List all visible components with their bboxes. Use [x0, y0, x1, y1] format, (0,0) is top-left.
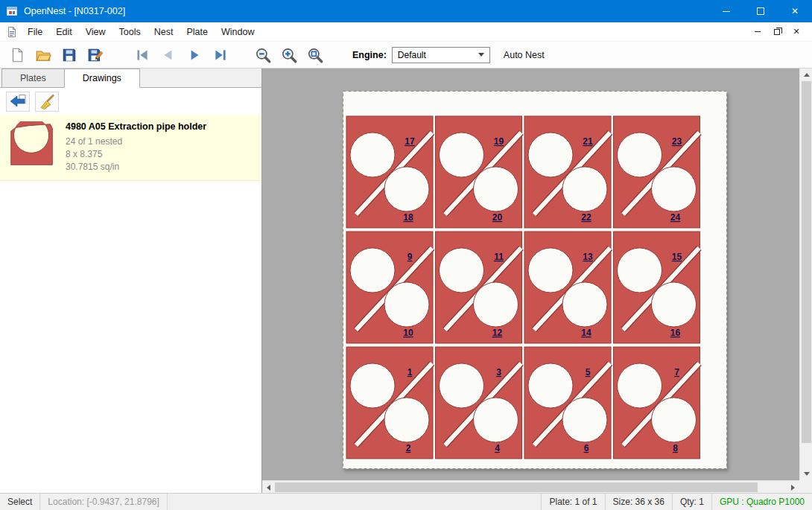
pipe-notch: [618, 363, 662, 408]
minimize-button[interactable]: [709, 0, 743, 22]
mdi-restore-button[interactable]: [767, 25, 787, 39]
part-number: 23: [672, 136, 682, 147]
part-number: 11: [494, 252, 504, 262]
part-number: 24: [670, 212, 681, 223]
new-button[interactable]: [6, 44, 28, 66]
auto-nest-button[interactable]: Auto Nest: [504, 50, 545, 60]
part-thumbnail: [7, 121, 57, 169]
pipe-notch: [652, 282, 697, 327]
nested-pair[interactable]: 1112: [436, 232, 522, 343]
status-location: Location: [-0.9437, 21.8796]: [40, 494, 167, 510]
pipe-notch: [350, 133, 395, 177]
scroll-left-button[interactable]: [262, 481, 275, 494]
nested-pair[interactable]: 1920: [436, 116, 522, 228]
first-arrow-icon: [134, 47, 150, 63]
app-icon: [6, 5, 18, 17]
next-plate-button[interactable]: [183, 44, 206, 66]
replace-drawing-button[interactable]: [6, 92, 30, 112]
pipe-notch: [562, 167, 607, 211]
pipe-notch: [528, 248, 573, 293]
pipe-notch: [474, 282, 518, 327]
drawing-nested-count: 24 of 1 nested: [66, 136, 206, 148]
nested-pair[interactable]: 1718: [346, 116, 433, 228]
nested-pair[interactable]: 2324: [614, 116, 700, 228]
part-number: 5: [586, 367, 591, 377]
part-number: 10: [403, 328, 413, 338]
save-floppy-icon: [61, 47, 77, 63]
status-plate: Plate: 1 of 1: [542, 494, 605, 510]
menu-view[interactable]: View: [79, 24, 112, 40]
status-bar: Select Location: [-0.9437, 21.8796] Plat…: [0, 493, 812, 510]
chevron-down-icon: [478, 53, 484, 57]
vertical-scroll-thumb[interactable]: [802, 81, 811, 443]
nested-pair[interactable]: 78: [614, 347, 700, 459]
plate-sheet-wrap: 171819202122232491011121314151612345678: [343, 91, 727, 469]
part-number: 18: [403, 212, 413, 223]
save-as-button[interactable]: [84, 44, 107, 66]
part-number: 21: [583, 136, 593, 147]
engine-value: Default: [398, 50, 426, 60]
part-number: 14: [581, 328, 591, 338]
part-number: 9: [407, 252, 413, 262]
scroll-right-button[interactable]: [787, 481, 799, 494]
horizontal-scroll-thumb[interactable]: [275, 482, 758, 492]
pipe-notch: [440, 133, 484, 177]
zoom-fit-button[interactable]: [304, 44, 326, 66]
part-number: 1: [407, 367, 413, 377]
tab-plates[interactable]: Plates: [1, 68, 65, 87]
last-plate-button[interactable]: [209, 44, 232, 66]
menu-nest[interactable]: Nest: [148, 24, 180, 40]
menu-tools[interactable]: Tools: [112, 24, 148, 40]
drawing-dimensions: 8 x 8.375: [66, 148, 206, 161]
nested-pair[interactable]: 2122: [524, 116, 611, 228]
close-button[interactable]: ✕: [778, 0, 812, 22]
menu-edit[interactable]: Edit: [49, 24, 79, 40]
status-qty: Qty: 1: [673, 494, 712, 510]
nested-pair[interactable]: 1516: [614, 232, 700, 343]
vertical-scrollbar[interactable]: [799, 68, 812, 480]
horizontal-scrollbar[interactable]: [262, 480, 799, 493]
zoom-out-button[interactable]: [252, 44, 274, 66]
nested-pair[interactable]: 1314: [524, 232, 611, 343]
nested-pair[interactable]: 910: [346, 232, 433, 343]
open-button[interactable]: [32, 44, 54, 66]
scroll-down-button[interactable]: [800, 468, 812, 480]
nested-pair[interactable]: 56: [524, 347, 611, 459]
engine-select[interactable]: Default: [392, 47, 490, 63]
mdi-minimize-button[interactable]: [748, 25, 767, 39]
part-number: 7: [674, 367, 679, 377]
nested-pair[interactable]: 34: [436, 347, 522, 459]
scroll-up-button[interactable]: [800, 68, 812, 81]
drawing-list-item[interactable]: 4980 A05 Extraction pipe holder 24 of 1 …: [0, 115, 261, 181]
tab-drawings[interactable]: Drawings: [64, 68, 140, 88]
part-number: 17: [405, 136, 415, 147]
part-number: 12: [492, 328, 503, 338]
part-number: 15: [672, 252, 682, 262]
previous-plate-button[interactable]: [157, 44, 180, 66]
menu-file[interactable]: File: [21, 24, 49, 40]
save-button[interactable]: [58, 44, 80, 66]
close-icon: ✕: [793, 27, 799, 36]
menu-plate[interactable]: Plate: [180, 24, 215, 40]
plate-sheet[interactable]: 171819202122232491011121314151612345678: [343, 91, 727, 469]
nested-pair[interactable]: 12: [346, 347, 433, 459]
first-plate-button[interactable]: [131, 44, 153, 66]
clean-button[interactable]: [35, 92, 59, 112]
pipe-notch: [350, 248, 395, 293]
triangle-right-icon: [791, 485, 795, 491]
pipe-notch: [350, 363, 395, 408]
previous-arrow-icon: [160, 47, 177, 63]
pipe-notch: [474, 167, 518, 211]
maximize-icon: [757, 7, 764, 15]
open-folder-icon: [35, 47, 51, 63]
triangle-down-icon: [804, 472, 810, 476]
pipe-notch: [440, 363, 484, 408]
pipe-notch: [562, 282, 607, 327]
broom-icon: [38, 93, 56, 109]
mdi-close-button[interactable]: ✕: [787, 25, 806, 39]
menu-window[interactable]: Window: [215, 24, 261, 40]
maximize-button[interactable]: [743, 0, 778, 22]
nesting-canvas[interactable]: 171819202122232491011121314151612345678: [262, 68, 799, 480]
zoom-in-button[interactable]: [278, 44, 300, 66]
pipe-notch: [618, 133, 662, 177]
